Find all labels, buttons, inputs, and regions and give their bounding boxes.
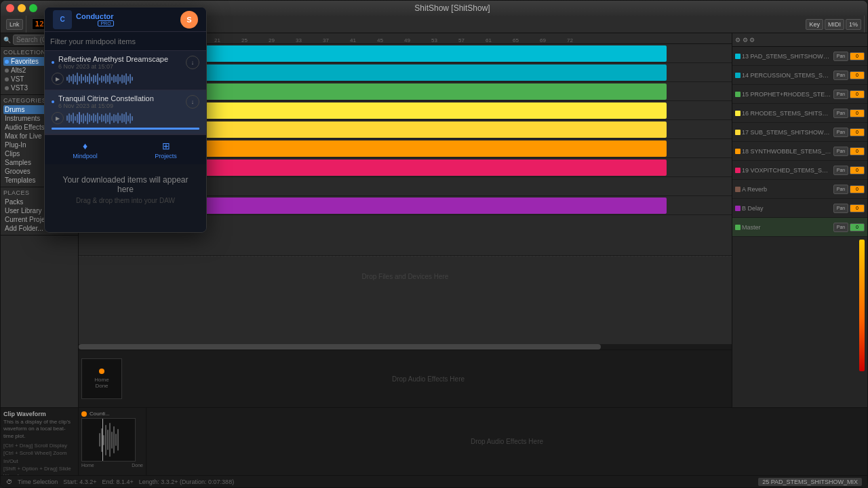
h-scrollbar[interactable] bbox=[79, 344, 732, 350]
clips-label: Clips bbox=[5, 150, 20, 157]
maximize-button[interactable] bbox=[29, 4, 37, 12]
conductor-logo-text-area: Conductor PRO bbox=[76, 12, 114, 26]
mixer-vol-val-4[interactable]: 0 bbox=[850, 109, 865, 117]
lnk-button[interactable]: Lnk bbox=[6, 19, 23, 30]
mixer-pan-7[interactable]: Pan bbox=[833, 166, 848, 175]
conductor-play-btn-2[interactable]: ▶ bbox=[52, 112, 64, 124]
wbar-1-12 bbox=[89, 73, 90, 84]
wbar-2-32 bbox=[130, 113, 131, 124]
mixer-dot-1 bbox=[735, 54, 741, 59]
conductor-brand: Conductor bbox=[76, 12, 114, 20]
midi-button[interactable]: MIDI bbox=[825, 19, 844, 30]
mixer-vol-val-8[interactable]: 0 bbox=[850, 185, 865, 193]
mixer-vol-master[interactable]: 0 bbox=[850, 223, 865, 231]
wbar-1-14 bbox=[93, 75, 94, 83]
mixer-channel-8: A Reverb Pan 0 bbox=[732, 180, 867, 199]
mixer-pan-6[interactable]: Pan bbox=[833, 147, 848, 156]
effects-section[interactable]: Drop Audio Effects Here bbox=[146, 408, 867, 475]
key-button[interactable]: Key bbox=[806, 19, 823, 30]
mixer-dot-3 bbox=[735, 92, 741, 97]
clip-thumbnail[interactable]: Home Done bbox=[81, 358, 122, 399]
ruler-mark-65: 65 bbox=[513, 37, 519, 43]
wbar-2-16 bbox=[97, 113, 98, 124]
clip-waveform-desc: This is a display of the clip's waveform… bbox=[3, 419, 75, 440]
mixer-channel-4: 16 RHODES_STEMS_SHITSHOW Pan 0 bbox=[732, 104, 867, 123]
drop-zone[interactable]: Drop Files and Devices Here bbox=[79, 256, 732, 297]
conductor-download-btn-1[interactable]: ↓ bbox=[186, 56, 199, 69]
pct-button[interactable]: 1% bbox=[846, 19, 861, 30]
wbar-2-3 bbox=[71, 115, 72, 121]
status-right-label: 25 PAD_STEMS_SHITSHOW_MIX bbox=[758, 478, 862, 486]
mixer-channel-master: Master Pan 0 bbox=[732, 218, 867, 237]
plugin-label: Plug-In bbox=[5, 141, 26, 149]
clip-label-home: Home bbox=[81, 463, 94, 468]
mixer-pan-1[interactable]: Pan bbox=[833, 52, 848, 61]
wbar-2-20 bbox=[105, 113, 106, 124]
conductor-waveform-2 bbox=[66, 111, 199, 125]
conductor-search-input[interactable] bbox=[50, 37, 201, 45]
clip-label-done: Done bbox=[132, 463, 143, 468]
wbar-1-8 bbox=[81, 74, 82, 83]
mixer-pan-2[interactable]: Pan bbox=[833, 71, 848, 80]
close-button[interactable] bbox=[6, 4, 14, 12]
wbar-1-31 bbox=[127, 76, 129, 81]
conductor-play-btn-1[interactable]: ▶ bbox=[52, 73, 64, 85]
minimize-button[interactable] bbox=[18, 4, 26, 12]
mixer-vol-val-5[interactable]: 0 bbox=[850, 128, 865, 136]
wbar-1-26 bbox=[117, 74, 119, 84]
wbar-1-5 bbox=[75, 75, 76, 82]
mixer-vol-val-6[interactable]: 0 bbox=[850, 147, 865, 155]
mixer-channel-7: 19 VOXPITCHED_STEMS_SHITSH Pan 0 bbox=[732, 161, 867, 180]
wbar-1-17 bbox=[99, 77, 100, 81]
mixer-pan-3[interactable]: Pan bbox=[833, 90, 848, 99]
conductor-item-2[interactable]: Tranquil Citrine Constellation 6 Nov 202… bbox=[45, 90, 206, 134]
waveform-bar-7 bbox=[111, 432, 113, 449]
wbar-1-1 bbox=[66, 77, 68, 81]
conductor-avatar[interactable]: S bbox=[180, 11, 198, 29]
wbar-1-24 bbox=[113, 75, 115, 83]
conductor-downloads-title: Your downloaded items will appear here bbox=[56, 175, 195, 194]
vst3-dot bbox=[5, 86, 9, 90]
mixer-label-master: Master bbox=[742, 224, 832, 231]
clip-preview-header: Counti... bbox=[81, 411, 143, 417]
mixer-pan-master[interactable]: Pan bbox=[833, 223, 848, 232]
waveform-bar-9 bbox=[115, 434, 117, 446]
mixer-vol-val-2[interactable]: 0 bbox=[850, 71, 865, 79]
clip-preview-dot bbox=[81, 411, 87, 417]
conductor-item-1[interactable]: Reflective Amethyst Dreamscape 6 Nov 202… bbox=[45, 51, 206, 90]
ruler-mark-49: 49 bbox=[404, 37, 410, 43]
mixer-pan-9[interactable]: Pan bbox=[833, 204, 848, 213]
mixer-label-2: 14 PERCUSSION_STEMS_SHIT bbox=[742, 72, 832, 79]
wbar-1-18 bbox=[101, 75, 102, 83]
mixer-vol-val-3[interactable]: 0 bbox=[850, 90, 865, 98]
conductor-download-btn-2[interactable]: ↓ bbox=[186, 95, 199, 109]
mixer-pan-4[interactable]: Pan bbox=[833, 109, 848, 118]
mixer-dot-5 bbox=[735, 130, 741, 135]
wbar-2-28 bbox=[121, 113, 123, 123]
clip-preview-waveform bbox=[81, 418, 136, 462]
ruler-mark-69: 69 bbox=[540, 37, 546, 43]
conductor-nav-projects[interactable]: ⊞ Projects bbox=[125, 138, 206, 162]
h-scrollbar-thumb[interactable] bbox=[79, 344, 601, 350]
clip-controls-spacer bbox=[96, 463, 131, 468]
wbar-2-23 bbox=[111, 116, 113, 121]
mixer-header-icons: ⚙ ⚙ ⚙ bbox=[735, 37, 755, 43]
wbar-2-24 bbox=[113, 114, 115, 123]
projects-label: Projects bbox=[155, 153, 177, 159]
ruler-mark-57: 57 bbox=[458, 37, 465, 43]
mixer-channel-9: B Delay Pan 0 bbox=[732, 199, 867, 218]
mixer-pan-5[interactable]: Pan bbox=[833, 128, 848, 137]
mixer-vol-val-9[interactable]: 0 bbox=[850, 204, 865, 212]
waveform-bar-6 bbox=[109, 423, 111, 457]
mixer-label-3: 15 PROPHET+RHODES_STEMS 3 bbox=[742, 91, 832, 98]
mixer-vol-val-7[interactable]: 0 bbox=[850, 166, 865, 174]
clip-thumb-label-home: Home bbox=[94, 377, 108, 383]
mixer-vol-1: 0 bbox=[850, 52, 865, 60]
mixer-pan-8[interactable]: Pan bbox=[833, 185, 848, 194]
packs-label: Packs bbox=[5, 198, 23, 206]
mixer-vol-val-1[interactable]: 0 bbox=[850, 52, 865, 60]
mixer-label-5: 17 SUB_STEMS_SHITSHOW_MIX bbox=[742, 129, 832, 136]
effects-drop-zone[interactable]: Drop Audio Effects Here bbox=[125, 350, 732, 407]
wbar-2-13 bbox=[91, 115, 92, 121]
conductor-nav-mindpool[interactable]: ♦ Mindpool bbox=[45, 138, 125, 162]
